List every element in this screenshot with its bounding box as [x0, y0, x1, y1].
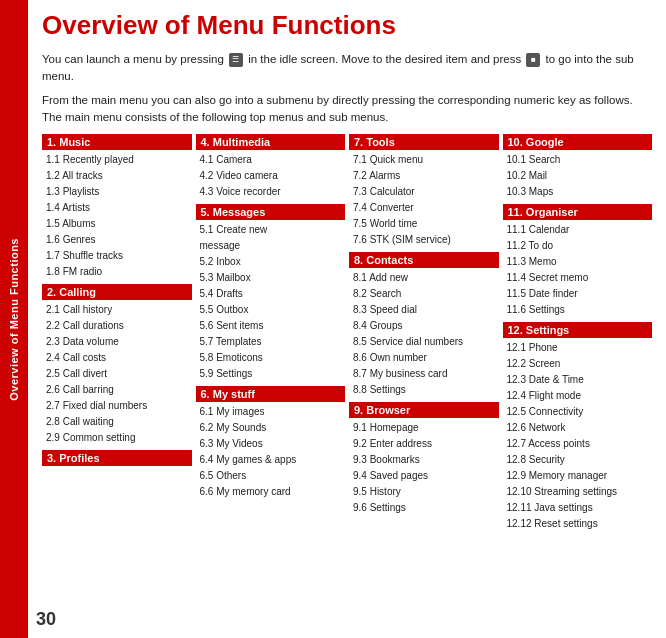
menu-grid: 1. Music1.1 Recently played1.2 All track…: [42, 134, 652, 532]
list-item: 6.6 My memory card: [200, 484, 342, 500]
list-item: 1.3 Playlists: [46, 184, 188, 200]
list-item: 9.5 History: [353, 484, 495, 500]
list-item: 10.2 Mail: [507, 168, 649, 184]
list-item: 12.3 Date & Time: [507, 372, 649, 388]
section-header-2-1: 4. Multimedia: [196, 134, 346, 150]
menu-column-2: 4. Multimedia4.1 Camera4.2 Video camera4…: [196, 134, 346, 532]
list-item: 8.8 Settings: [353, 382, 495, 398]
select-icon: ■: [526, 53, 540, 67]
section-header-4-1: 10. Google: [503, 134, 653, 150]
main-content: Overview of Menu Functions You can launc…: [28, 0, 666, 638]
list-item: 9.6 Settings: [353, 500, 495, 516]
menu-section-3-1: 7. Tools7.1 Quick menu7.2 Alarms7.3 Calc…: [349, 134, 499, 248]
menu-section-4-1: 10. Google10.1 Search10.2 Mail10.3 Maps: [503, 134, 653, 200]
list-item: 11.3 Memo: [507, 254, 649, 270]
section-items-4-3: 12.1 Phone12.2 Screen12.3 Date & Time12.…: [503, 340, 653, 532]
list-item: 10.1 Search: [507, 152, 649, 168]
list-item: 2.3 Data volume: [46, 334, 188, 350]
list-item: 1.4 Artists: [46, 200, 188, 216]
list-item: 1.1 Recently played: [46, 152, 188, 168]
list-item: 7.6 STK (SIM service): [353, 232, 495, 248]
list-item: 11.5 Date finder: [507, 286, 649, 302]
section-items-2-1: 4.1 Camera4.2 Video camera4.3 Voice reco…: [196, 152, 346, 200]
section-items-3-2: 8.1 Add new8.2 Search8.3 Speed dial8.4 G…: [349, 270, 499, 398]
list-item: 5.4 Drafts: [200, 286, 342, 302]
list-item: 2.8 Call waiting: [46, 414, 188, 430]
list-item: message: [200, 238, 342, 254]
list-item: 7.1 Quick menu: [353, 152, 495, 168]
list-item: 12.2 Screen: [507, 356, 649, 372]
section-items-3-3: 9.1 Homepage9.2 Enter address9.3 Bookmar…: [349, 420, 499, 516]
list-item: 2.2 Call durations: [46, 318, 188, 334]
list-item: 1.8 FM radio: [46, 264, 188, 280]
list-item: 12.10 Streaming settings: [507, 484, 649, 500]
list-item: 5.6 Sent items: [200, 318, 342, 334]
list-item: 6.1 My images: [200, 404, 342, 420]
section-header-1-2: 2. Calling: [42, 284, 192, 300]
list-item: 12.11 Java settings: [507, 500, 649, 516]
list-item: 2.5 Call divert: [46, 366, 188, 382]
list-item: 11.6 Settings: [507, 302, 649, 318]
list-item: 10.3 Maps: [507, 184, 649, 200]
list-item: 1.7 Shuffle tracks: [46, 248, 188, 264]
section-header-4-3: 12. Settings: [503, 322, 653, 338]
list-item: 8.6 Own number: [353, 350, 495, 366]
section-header-2-2: 5. Messages: [196, 204, 346, 220]
list-item: 2.7 Fixed dial numbers: [46, 398, 188, 414]
section-items-3-1: 7.1 Quick menu7.2 Alarms7.3 Calculator7.…: [349, 152, 499, 248]
sidebar-tab: Overview of Menu Functions: [0, 0, 28, 638]
list-item: 6.5 Others: [200, 468, 342, 484]
list-item: 5.2 Inbox: [200, 254, 342, 270]
section-items-2-2: 5.1 Create new message5.2 Inbox5.3 Mailb…: [196, 222, 346, 382]
list-item: 4.2 Video camera: [200, 168, 342, 184]
menu-column-3: 7. Tools7.1 Quick menu7.2 Alarms7.3 Calc…: [349, 134, 499, 532]
section-header-3-1: 7. Tools: [349, 134, 499, 150]
list-item: 12.8 Security: [507, 452, 649, 468]
list-item: 1.5 Albums: [46, 216, 188, 232]
section-header-3-3: 9. Browser: [349, 402, 499, 418]
list-item: 5.9 Settings: [200, 366, 342, 382]
section-header-1-1: 1. Music: [42, 134, 192, 150]
list-item: 12.12 Reset settings: [507, 516, 649, 532]
list-item: 9.4 Saved pages: [353, 468, 495, 484]
section-header-3-2: 8. Contacts: [349, 252, 499, 268]
menu-section-1-3: 3. Profiles: [42, 450, 192, 468]
list-item: 8.4 Groups: [353, 318, 495, 334]
list-item: 8.7 My business card: [353, 366, 495, 382]
list-item: 7.4 Converter: [353, 200, 495, 216]
section-items-2-3: 6.1 My images6.2 My Sounds6.3 My Videos6…: [196, 404, 346, 500]
list-item: 2.6 Call barring: [46, 382, 188, 398]
list-item: 8.5 Service dial numbers: [353, 334, 495, 350]
list-item: 12.6 Network: [507, 420, 649, 436]
menu-column-1: 1. Music1.1 Recently played1.2 All track…: [42, 134, 192, 532]
list-item: 6.4 My games & apps: [200, 452, 342, 468]
list-item: 12.4 Flight mode: [507, 388, 649, 404]
list-item: 8.3 Speed dial: [353, 302, 495, 318]
menu-section-4-3: 12. Settings12.1 Phone12.2 Screen12.3 Da…: [503, 322, 653, 532]
list-item: 9.3 Bookmarks: [353, 452, 495, 468]
section-items-1-1: 1.1 Recently played1.2 All tracks1.3 Pla…: [42, 152, 192, 280]
list-item: 5.3 Mailbox: [200, 270, 342, 286]
menu-section-3-3: 9. Browser9.1 Homepage9.2 Enter address9…: [349, 402, 499, 516]
list-item: 9.1 Homepage: [353, 420, 495, 436]
list-item: 9.2 Enter address: [353, 436, 495, 452]
section-items-4-1: 10.1 Search10.2 Mail10.3 Maps: [503, 152, 653, 200]
menu-section-1-1: 1. Music1.1 Recently played1.2 All track…: [42, 134, 192, 280]
section-items-1-2: 2.1 Call history2.2 Call durations2.3 Da…: [42, 302, 192, 446]
list-item: 1.2 All tracks: [46, 168, 188, 184]
list-item: 12.1 Phone: [507, 340, 649, 356]
menu-icon: ☰: [229, 53, 243, 67]
list-item: 11.1 Calendar: [507, 222, 649, 238]
list-item: 11.4 Secret memo: [507, 270, 649, 286]
list-item: 5.7 Templates: [200, 334, 342, 350]
section-header-4-2: 11. Organiser: [503, 204, 653, 220]
section-header-2-3: 6. My stuff: [196, 386, 346, 402]
list-item: 5.8 Emoticons: [200, 350, 342, 366]
list-item: 4.3 Voice recorder: [200, 184, 342, 200]
menu-section-1-2: 2. Calling2.1 Call history2.2 Call durat…: [42, 284, 192, 446]
list-item: 6.2 My Sounds: [200, 420, 342, 436]
list-item: 8.1 Add new: [353, 270, 495, 286]
list-item: 7.3 Calculator: [353, 184, 495, 200]
list-item: 8.2 Search: [353, 286, 495, 302]
section-items-4-2: 11.1 Calendar11.2 To do11.3 Memo11.4 Sec…: [503, 222, 653, 318]
